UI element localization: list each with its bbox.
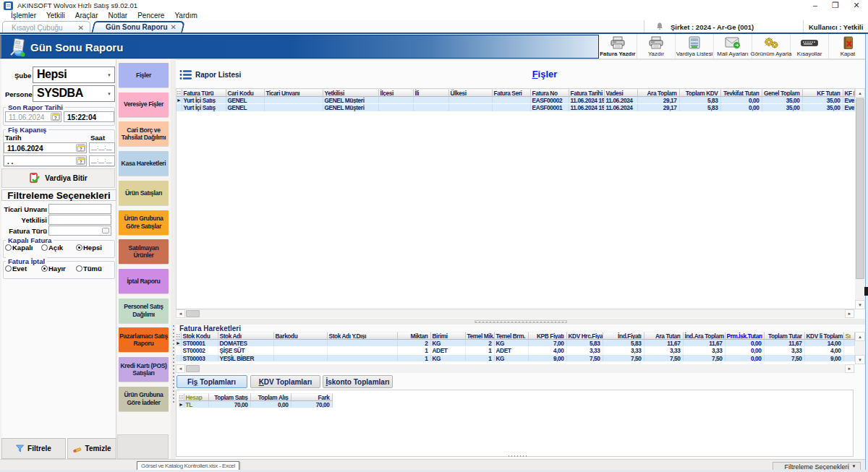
menu-item-2[interactable]: Yetkili — [41, 12, 70, 20]
calendar-icon[interactable]: ? — [76, 144, 85, 152]
fatura-hareketleri-grid[interactable]: Stok KoduStok AdıBarkoduStok Adı Y.DışıM… — [176, 332, 855, 364]
toolbar-button-g-r-n-m-ayarla[interactable]: Görünüm Ayarla — [752, 34, 791, 59]
scroll-down-icon[interactable]: ▼ — [855, 355, 865, 364]
fis-kapanis-date-1[interactable]: 11.06.2024 ? — [4, 142, 87, 153]
minimize-button[interactable]: – — [805, 0, 825, 11]
column-header[interactable]: Fatura Türü — [182, 89, 226, 97]
lookup-button[interactable] — [102, 228, 109, 233]
radio-tümü[interactable] — [76, 265, 82, 272]
column-header[interactable]: Genel Toplam — [762, 89, 803, 97]
fisler-grid-hscrollbar[interactable]: ◄ ► — [176, 309, 855, 318]
toolbar-button-k-sayollar[interactable]: Kısayollar — [791, 34, 829, 59]
close-button[interactable]: ✕ — [846, 0, 867, 11]
report-button-4[interactable]: Kasa Hareketleri — [119, 151, 169, 176]
toolbar-button-fatura-yazd-r[interactable]: Fatura Yazdır — [599, 34, 637, 59]
scroll-down-icon[interactable]: ▼ — [855, 300, 865, 309]
column-header[interactable]: Fatura Seri — [493, 89, 531, 97]
report-list-button[interactable]: Rapor Listesi — [179, 69, 241, 80]
column-header[interactable]: Barkodu — [274, 332, 328, 340]
column-header[interactable]: KF Tutarı — [803, 89, 843, 97]
scroll-thumb[interactable] — [856, 98, 864, 279]
menu-item-3[interactable]: Araçlar — [70, 12, 103, 20]
fis-kapanis-time-2[interactable]: __:__:__ — [89, 155, 115, 166]
column-header[interactable]: Yetkilisi — [323, 89, 379, 97]
report-button-2[interactable]: Veresiye Fişler — [119, 93, 169, 117]
personel-select[interactable]: SYSDBA ▼ — [33, 85, 115, 102]
column-header[interactable]: Ara Tutarı — [644, 332, 684, 340]
column-header[interactable]: Hesap — [184, 393, 209, 401]
tab-close-icon[interactable]: ✕ — [171, 23, 176, 31]
yetkilisi-input[interactable] — [48, 215, 111, 225]
menu-item-5[interactable]: Pencere — [132, 12, 169, 20]
tab-kdv-toplamları[interactable]: KDV Toplamları — [250, 375, 320, 388]
scroll-thumb[interactable] — [186, 310, 200, 317]
column-header[interactable]: Toplam Alış — [251, 393, 292, 401]
table-row[interactable]: ST00003YEŞİL BİBER1KG1KG9,007,507,507,50… — [176, 355, 855, 363]
report-button-7[interactable]: Satılmayan Ürünler — [119, 239, 169, 264]
radio-kapalı[interactable] — [5, 244, 12, 251]
column-header[interactable]: KPB Fiyatı — [529, 332, 567, 340]
fisler-grid[interactable]: Fatura TürüCari KoduTicari UnvanıYetkili… — [176, 88, 855, 309]
tab-close-icon[interactable]: ✕ — [78, 24, 84, 32]
radio-açık[interactable] — [41, 244, 48, 251]
column-header[interactable]: Toplam Tutar — [765, 332, 805, 340]
column-header[interactable]: KDV Hrc.Fiyat — [567, 332, 603, 340]
ticari-unvani-input[interactable] — [48, 204, 111, 214]
hesap-grid[interactable]: HesapToplam SatışToplam AlışFarkTL70,000… — [179, 393, 327, 408]
column-header[interactable]: Birimi — [431, 332, 466, 340]
sube-select[interactable]: Hepsi ▼ — [33, 66, 115, 83]
column-header[interactable]: KF E — [843, 89, 855, 97]
report-button-9[interactable]: Personel Satış Dağılımı — [119, 299, 169, 323]
column-header[interactable]: Tevkifat Tutarı — [721, 89, 762, 97]
column-header[interactable]: İlçesi — [379, 89, 414, 97]
report-button-3[interactable]: Cari Borç ve Tahsilat Dağılımı — [119, 121, 169, 146]
fatura-turu-input[interactable] — [48, 226, 111, 236]
fatura-hareketleri-vscrollbar[interactable]: ▲ ▼ — [855, 332, 865, 364]
scroll-up-icon[interactable]: ▲ — [855, 88, 865, 98]
table-row[interactable]: ST00001DOMATES2KG2KG7,005,835,8311,6711,… — [176, 340, 855, 348]
son-rapor-date-field[interactable]: 11.06.2024 ? — [5, 111, 61, 122]
column-header[interactable]: Stok Adı Y.Dışı — [328, 332, 398, 340]
fis-kapanis-date-2[interactable]: . . ? — [4, 155, 87, 166]
calendar-icon[interactable]: ? — [76, 157, 85, 165]
column-header[interactable]: KDV li Toplam — [805, 332, 844, 340]
column-header[interactable]: Ara Toplam — [638, 89, 680, 97]
restore-button[interactable]: ❐ — [825, 0, 846, 11]
column-header[interactable]: Vadesi — [605, 89, 638, 97]
column-header[interactable]: Toplam Satış — [209, 393, 251, 401]
table-row[interactable]: Yurt İçi SatışGENELGENEL MüşteriEASF0000… — [176, 104, 855, 112]
column-header[interactable]: Toplam KDV — [680, 89, 721, 97]
vertical-splitter[interactable] — [171, 59, 176, 459]
column-header[interactable]: Cari Kodu — [226, 89, 265, 97]
scroll-up-icon[interactable]: ▲ — [855, 332, 865, 341]
column-header[interactable]: İli — [414, 89, 449, 97]
report-button-10[interactable]: Pazarlamacı Satış Raporu — [119, 327, 169, 352]
scroll-thumb[interactable] — [186, 365, 200, 372]
fisler-grid-vscrollbar[interactable]: ▲ ▼ — [855, 88, 865, 309]
toolbar-button-kapat[interactable]: Kapat — [829, 34, 867, 59]
report-button-5[interactable]: Ürün Satışları — [119, 181, 169, 205]
horizontal-splitter[interactable] — [176, 319, 865, 325]
column-header[interactable]: Ülkesi — [449, 89, 493, 97]
radio-hayır[interactable] — [41, 265, 48, 272]
table-row[interactable]: Yurt İçi SatışGENELGENEL MüşteriEASF0000… — [176, 97, 855, 105]
tab-i-skonto-toplamları[interactable]: İskonto Toplamları — [323, 375, 393, 388]
bottom-splitter-grip[interactable] — [509, 455, 529, 458]
toolbar-button-yazd-r[interactable]: Yazdır — [637, 34, 676, 59]
menu-item-6[interactable]: Yardım — [169, 12, 203, 20]
menu-item-1[interactable]: İşlemler — [6, 12, 41, 20]
toolbar-button-vardiya-listesi[interactable]: Vardiya Listesi — [676, 34, 714, 59]
column-header[interactable]: Temel Mik. — [466, 332, 495, 340]
fis-kapanis-time-1[interactable]: __:__:__ — [89, 142, 115, 153]
fatura-hareketleri-hscrollbar[interactable]: ◄ ► — [176, 364, 855, 373]
report-button-6[interactable]: Ürün Grubuna Göre Satışlar — [119, 210, 169, 235]
table-row[interactable]: ST00002ŞİŞE SÜT1ADET1ADET4,003,333,333,3… — [176, 347, 855, 355]
scroll-left-icon[interactable]: ◄ — [176, 364, 185, 373]
column-header[interactable]: Miktarı — [398, 332, 431, 340]
column-header[interactable]: Fatura No — [531, 89, 569, 97]
radio-hepsi[interactable] — [76, 244, 82, 251]
report-button-1[interactable]: Fişler — [119, 63, 169, 87]
report-button-11[interactable]: Kredi Kartı (POS) Satışları — [119, 357, 169, 382]
table-row[interactable]: TL70,000,0070,00 — [179, 401, 327, 409]
column-header[interactable]: Fatura Tarihi — [569, 89, 605, 97]
